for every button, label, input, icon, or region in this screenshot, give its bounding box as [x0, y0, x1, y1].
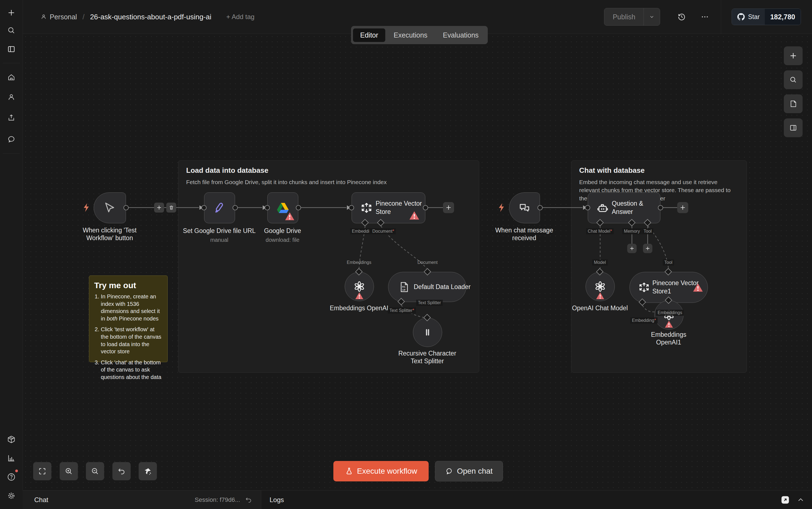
- sidebar-item-help[interactable]: [7, 472, 16, 482]
- open-chat-label: Open chat: [457, 467, 492, 476]
- node-pinecone-vector-store[interactable]: Pinecone VectorStore: [352, 193, 425, 223]
- output-endpoint[interactable]: [296, 205, 301, 210]
- input-endpoint[interactable]: [201, 205, 206, 210]
- node-title-pinecone-chat: Pinecone VectorStore1: [652, 279, 699, 296]
- tidy-up-button[interactable]: [139, 462, 157, 480]
- warning-icon: [409, 211, 420, 220]
- home-icon: [7, 73, 15, 81]
- add-node-button[interactable]: [677, 202, 688, 213]
- sticky-note-icon: [789, 100, 797, 108]
- n8n-workflow-editor: Load data into database Fetch file from …: [0, 0, 812, 509]
- node-chat-trigger[interactable]: [509, 193, 540, 223]
- add-node-button[interactable]: [443, 202, 454, 213]
- zoom-out-icon: [91, 467, 99, 475]
- input-endpoint[interactable]: [349, 205, 354, 210]
- bar-chart-icon: [7, 454, 16, 463]
- github-icon: [737, 13, 745, 21]
- execute-workflow-button[interactable]: Execute workflow: [333, 461, 429, 481]
- logs-panel-header[interactable]: Logs: [261, 490, 812, 509]
- pop-out-icon[interactable]: [781, 495, 790, 505]
- plus-icon: [645, 246, 650, 251]
- delete-connection-button[interactable]: [166, 203, 176, 212]
- plus-icon: [7, 8, 15, 17]
- search-button[interactable]: [7, 26, 16, 35]
- open-chat-button[interactable]: Open chat: [435, 461, 503, 481]
- tab-executions[interactable]: Executions: [386, 28, 434, 42]
- node-set-gdrive-url[interactable]: [204, 193, 235, 223]
- pinecone-icon: [638, 281, 650, 294]
- zoom-out-button[interactable]: [86, 462, 104, 480]
- breadcrumb-project[interactable]: Personal: [40, 13, 77, 21]
- output-endpoint[interactable]: [232, 205, 238, 210]
- node-embeddings-openai[interactable]: [345, 272, 374, 301]
- tab-editor[interactable]: Editor: [353, 28, 385, 42]
- breadcrumb-separator: /: [83, 13, 85, 21]
- collapse-panel-chevron-icon[interactable]: [797, 496, 804, 504]
- bottom-panel: Chat Session: f79d6... Logs: [23, 490, 812, 509]
- mouse-pointer-icon: [104, 202, 116, 214]
- add-memory-button[interactable]: [627, 244, 637, 253]
- zoom-in-button[interactable]: [60, 462, 78, 480]
- workflow-title[interactable]: 26-ask-questions-about-a-pdf-using-ai: [90, 13, 211, 21]
- endpoint-label-embedding-required: Embedding*: [630, 317, 658, 324]
- publish-dropdown-button[interactable]: [644, 8, 660, 25]
- chevron-down-icon: [649, 14, 655, 20]
- sidebar-item-insights[interactable]: [7, 453, 16, 463]
- node-google-drive[interactable]: [267, 193, 298, 223]
- flask-icon: [345, 467, 353, 475]
- output-endpoint[interactable]: [124, 205, 129, 210]
- warning-icon: [693, 283, 703, 292]
- workflow-history-button[interactable]: [673, 12, 690, 22]
- output-endpoint[interactable]: [658, 205, 663, 210]
- github-star-button[interactable]: Star: [732, 9, 765, 25]
- node-question-answer[interactable]: Question &Answer: [588, 193, 660, 223]
- endpoint-label-memory: Memory: [622, 228, 642, 234]
- new-workflow-button[interactable]: [7, 8, 16, 18]
- github-star-widget[interactable]: Star 182,780: [732, 8, 801, 25]
- chat-session-id: Session: f79d6...: [195, 496, 240, 504]
- publish-button[interactable]: Publish: [604, 8, 644, 25]
- toggle-right-panel-button[interactable]: [784, 118, 803, 137]
- node-recursive-splitter[interactable]: [413, 318, 442, 347]
- node-openai-chat-model[interactable]: [586, 272, 615, 301]
- publish-split-button[interactable]: Publish: [604, 8, 660, 26]
- node-default-data-loader[interactable]: 01 10 Default Data Loader: [388, 272, 466, 302]
- share-upload-icon: [7, 113, 15, 122]
- add-tag-button[interactable]: + Add tag: [226, 13, 254, 21]
- zoom-in-icon: [65, 467, 73, 475]
- node-manual-trigger[interactable]: [94, 193, 126, 223]
- plus-icon: [789, 52, 797, 60]
- reset-session-icon[interactable]: [245, 496, 252, 504]
- add-sticky-note-button[interactable]: [784, 94, 803, 113]
- fit-view-button[interactable]: [33, 462, 52, 480]
- add-tool-button[interactable]: [643, 244, 652, 253]
- add-node-on-connection-button[interactable]: [154, 203, 164, 212]
- toggle-sidebar-button[interactable]: [7, 44, 16, 54]
- node-label-openai-chat: OpenAI Chat Model: [572, 304, 628, 312]
- input-endpoint[interactable]: [265, 205, 270, 210]
- input-endpoint[interactable]: [585, 205, 590, 210]
- github-star-count[interactable]: 182,780: [765, 9, 801, 25]
- chat-bubble-icon: [445, 467, 453, 475]
- more-options-button[interactable]: [696, 13, 713, 21]
- output-endpoint[interactable]: [423, 205, 428, 210]
- sidebar-item-personal[interactable]: [7, 93, 16, 102]
- undo-button[interactable]: [112, 462, 131, 480]
- tab-evaluations[interactable]: Evaluations: [436, 28, 486, 42]
- binary-file-icon: 01 10: [398, 281, 410, 293]
- pencil-icon: [213, 202, 226, 214]
- search-icon: [7, 26, 15, 34]
- open-nodes-panel-button[interactable]: [784, 46, 803, 65]
- connection-toolbar: [154, 203, 176, 212]
- sidebar-item-shared[interactable]: [7, 113, 16, 122]
- canvas-search-button[interactable]: [784, 70, 803, 89]
- execute-workflow-label: Execute workflow: [357, 467, 417, 476]
- trash-icon: [169, 205, 174, 210]
- output-endpoint[interactable]: [538, 205, 543, 210]
- sidebar-item-home[interactable]: [7, 73, 16, 82]
- sidebar-item-settings[interactable]: [7, 491, 16, 501]
- sticky-note-try-me-out[interactable]: Try me out In Pinecone, create an index …: [89, 275, 168, 362]
- chat-panel-header[interactable]: Chat Session: f79d6...: [23, 490, 261, 509]
- sidebar-item-templates[interactable]: [7, 435, 16, 444]
- sidebar-item-chat[interactable]: [7, 134, 16, 144]
